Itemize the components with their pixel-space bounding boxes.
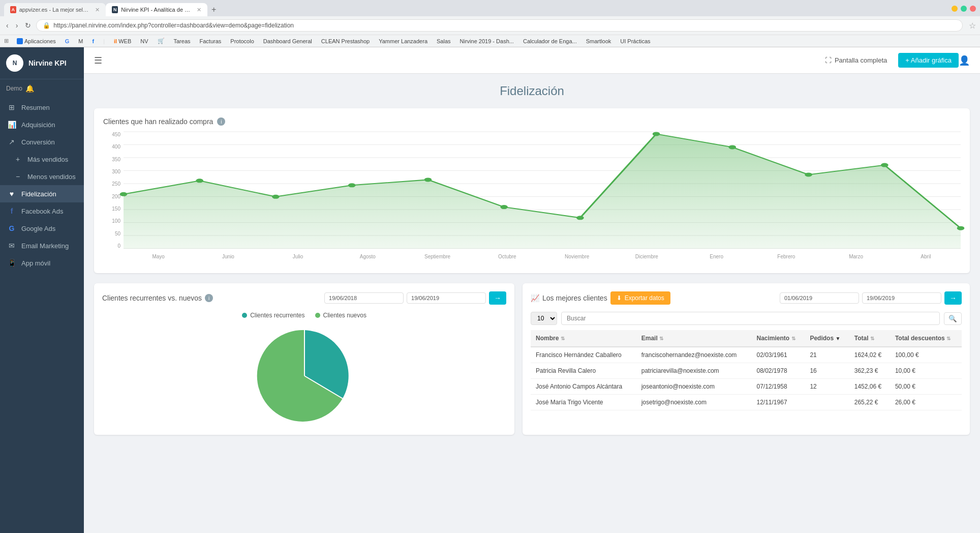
- datapoint-febrero: [805, 172, 812, 176]
- bookmark-protocolo[interactable]: Protocolo: [227, 37, 257, 45]
- star-icon[interactable]: ☆: [969, 21, 976, 31]
- bookmark-prestashop[interactable]: 🛒: [155, 37, 168, 45]
- recurrentes-go-button[interactable]: →: [489, 291, 506, 305]
- x-label-julio: Julio: [263, 254, 333, 259]
- table-row: José María Trigo Vicente josetrigo@noexi…: [531, 395, 962, 410]
- tab-close-btn[interactable]: ✕: [95, 7, 100, 13]
- cell-total-2: 362,23 €: [849, 363, 890, 379]
- bookmark-calculador[interactable]: Calculador de Enga...: [520, 37, 580, 45]
- new-tab-button[interactable]: +: [207, 3, 220, 16]
- sidebar-item-app-movil[interactable]: 📱 App móvil: [0, 254, 84, 272]
- fullscreen-label: Pantalla completa: [835, 56, 887, 64]
- sidebar-item-email-marketing[interactable]: ✉ Email Marketing: [0, 237, 84, 254]
- legend-dot-recurrentes: [242, 313, 247, 318]
- minimize-button[interactable]: [952, 6, 958, 12]
- bookmark-ui[interactable]: UI Prácticas: [617, 37, 653, 45]
- active-tab-close-btn[interactable]: ✕: [197, 7, 201, 13]
- forward-button[interactable]: ›: [14, 20, 20, 31]
- per-page-select[interactable]: 10 25 50: [531, 312, 557, 325]
- close-button[interactable]: [970, 6, 976, 12]
- cell-total-1: 1624,02 €: [849, 347, 890, 363]
- sidebar-item-fidelizacion[interactable]: ♥ Fidelización: [0, 185, 84, 202]
- y-axis: 450 400 350 300 250 200 150 100 50 0: [103, 132, 124, 249]
- bottom-row: Clientes recurrentes vs. nuevos i →: [94, 283, 970, 435]
- sidebar-item-adquisicion[interactable]: 📊 Adquisición: [0, 116, 84, 133]
- address-bar[interactable]: 🔒 https://panel.nirvine.com/index.php?co…: [36, 19, 963, 32]
- recurrentes-info-icon[interactable]: i: [205, 294, 213, 302]
- bookmark-salas[interactable]: Salas: [434, 37, 454, 45]
- sidebar: N Nirvine KPI Demo 🔔 ⊞ Resumen 📊 Adquisi…: [0, 47, 84, 533]
- download-icon: ⬇: [617, 294, 622, 302]
- sidebar-item-adquisicion-label: Adquisición: [21, 121, 55, 129]
- bookmark-nirvine[interactable]: Nirvine 2019 - Dash...: [457, 37, 517, 45]
- search-button[interactable]: 🔍: [944, 312, 962, 325]
- legend-recurrentes: Clientes recurrentes: [242, 312, 304, 319]
- top-bar: ☰ ⛶ Pantalla completa + Añadir gráfica 👤: [84, 47, 980, 74]
- best-clients-go-button[interactable]: →: [944, 291, 962, 305]
- export-button[interactable]: ⬇ Exportar datos: [610, 291, 670, 305]
- col-descuentos: Total descuentos ⇅: [890, 330, 962, 347]
- bookmark-aplicaciones[interactable]: Aplicaciones: [14, 37, 59, 45]
- col-email: Email ⇅: [636, 330, 752, 347]
- best-clients-date-from[interactable]: [780, 292, 859, 304]
- table-controls: 10 25 50 🔍: [531, 312, 962, 325]
- bookmark-clean[interactable]: CLEAN Prestashop: [318, 37, 373, 45]
- info-icon[interactable]: i: [217, 117, 225, 126]
- bookmark-gmail[interactable]: M: [75, 37, 86, 45]
- bookmark-nv[interactable]: NV: [137, 37, 151, 45]
- bookmark-smartlook[interactable]: Smartlook: [583, 37, 615, 45]
- arrow-icon: ↗: [7, 138, 16, 146]
- sidebar-item-resumen[interactable]: ⊞ Resumen: [0, 99, 84, 116]
- col-nacimiento-label: Nacimiento: [757, 335, 790, 342]
- add-chart-button[interactable]: + Añadir gráfica: [898, 53, 959, 68]
- legend-nuevos-label: Clientes nuevos: [323, 312, 366, 319]
- user-button[interactable]: 👤: [959, 55, 970, 66]
- bookmark-google[interactable]: G: [62, 37, 73, 45]
- sidebar-item-menos-vendidos[interactable]: − Menos vendidos: [0, 168, 84, 185]
- line-chart-container: 450 400 350 300 250 200 150 100 50 0: [103, 132, 961, 264]
- bookmark-dashboard[interactable]: Dashboard General: [260, 37, 315, 45]
- add-chart-label: + Añadir gráfica: [905, 56, 952, 64]
- best-clients-title-row: 📈 Los mejores clientes ⬇ Exportar datos: [531, 291, 670, 305]
- bookmarks-bar: ⊞ Aplicaciones G M f | il WEB NV 🛒 Tarea…: [0, 35, 980, 47]
- back-button[interactable]: ‹: [4, 20, 11, 31]
- sort-total-icon[interactable]: ⇅: [870, 336, 874, 341]
- search-input[interactable]: [561, 312, 940, 325]
- table-row: José Antonio Campos Alcántara joseantoni…: [531, 379, 962, 395]
- sidebar-item-google-ads[interactable]: G Google Ads: [0, 220, 84, 237]
- tab-inactive[interactable]: A appvizer.es - La mejor selección... ✕: [4, 3, 106, 16]
- sidebar-item-mas-vendidos[interactable]: + Más vendidos: [0, 151, 84, 168]
- x-label-abril: Abril: [891, 254, 961, 259]
- pie-chart-svg: [246, 325, 363, 427]
- app-wrapper: N Nirvine KPI Demo 🔔 ⊞ Resumen 📊 Adquisi…: [0, 47, 980, 533]
- sort-nombre-icon[interactable]: ⇅: [561, 336, 565, 341]
- tab-active[interactable]: N Nirvine KPI - Analítica de ventas ✕: [106, 3, 207, 16]
- sort-pedidos-icon[interactable]: ▼: [835, 336, 840, 341]
- page-title: Fidelización: [94, 84, 970, 98]
- sidebar-item-facebook-ads-label: Facebook Ads: [21, 208, 63, 215]
- col-total: Total ⇅: [849, 330, 890, 347]
- col-email-label: Email: [641, 335, 658, 342]
- col-nombre: Nombre ⇅: [531, 330, 636, 347]
- sidebar-item-facebook-ads[interactable]: f Facebook Ads: [0, 202, 84, 220]
- best-clients-header: 📈 Los mejores clientes ⬇ Exportar datos …: [531, 291, 962, 305]
- bookmark-yammer[interactable]: Yammer Lanzadera: [376, 37, 431, 45]
- recurrentes-date-from[interactable]: [324, 292, 404, 304]
- hamburger-icon[interactable]: ☰: [94, 55, 102, 66]
- sort-descuentos-icon[interactable]: ⇅: [946, 336, 951, 341]
- bookmark-web[interactable]: il WEB: [111, 37, 134, 45]
- recurrentes-title: Clientes recurrentes vs. nuevos: [102, 294, 202, 302]
- reload-button[interactable]: ↻: [23, 20, 33, 31]
- fullscreen-button[interactable]: ⛶ Pantalla completa: [818, 53, 894, 68]
- line-chart-svg: [124, 132, 961, 249]
- maximize-button[interactable]: [961, 6, 967, 12]
- best-clients-date-to[interactable]: [862, 292, 941, 304]
- sidebar-item-conversion[interactable]: ↗ Conversión: [0, 133, 84, 151]
- bookmark-facebook[interactable]: f: [89, 37, 98, 45]
- sort-nacimiento-icon[interactable]: ⇅: [791, 336, 795, 341]
- mobile-icon: 📱: [7, 259, 16, 267]
- bookmark-tareas[interactable]: Tareas: [171, 37, 194, 45]
- recurrentes-date-to[interactable]: [407, 292, 486, 304]
- sort-email-icon[interactable]: ⇅: [659, 336, 663, 341]
- bookmark-facturas[interactable]: Facturas: [197, 37, 225, 45]
